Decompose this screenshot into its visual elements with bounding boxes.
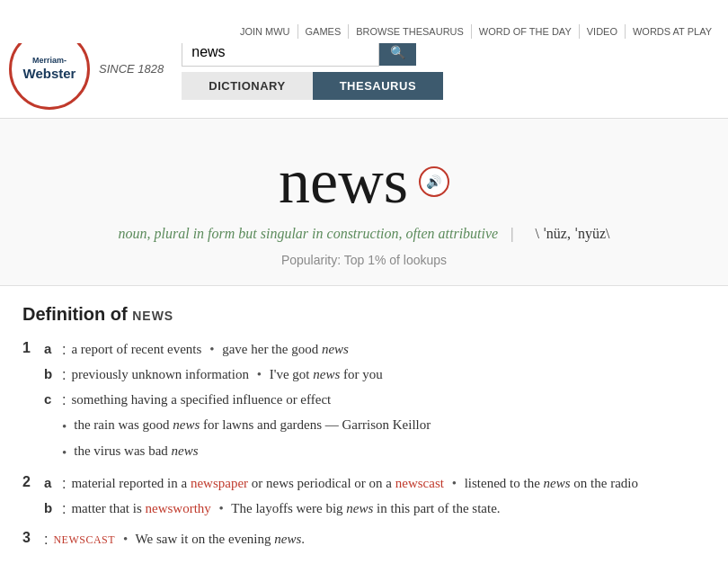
nav-join-mwu[interactable]: JOIN MWU xyxy=(233,24,298,39)
sense-label-2a: a xyxy=(44,473,62,495)
link-newscast-2a[interactable]: newscast xyxy=(395,476,444,490)
sense-1a: a : a report of recent events • gave her… xyxy=(44,339,706,361)
sub-example-text-2: the virus was bad news xyxy=(74,441,198,461)
def-senses-2: a : material reported in a newspaper or … xyxy=(44,473,706,524)
site-header: JOIN MWU GAMES BROWSE THESAURUS WORD OF … xyxy=(0,20,728,119)
sense-colon-2a: : xyxy=(62,473,66,495)
sense-text-1c: something having a specified influence o… xyxy=(71,389,706,411)
sense-text-1b: previously unknown information • I've go… xyxy=(71,364,706,386)
sub-example-text-1: the rain was good news for lawns and gar… xyxy=(74,415,431,435)
def-heading-word: NEWS xyxy=(132,309,173,323)
sub-example-1c-2: • the virus was bad news xyxy=(62,441,706,463)
link-newscast-3[interactable]: NEWSCAST xyxy=(53,533,115,546)
sub-example-1c-1: • the rain was good news for lawns and g… xyxy=(62,415,706,437)
bullet-icon-1: • xyxy=(62,416,67,437)
sense-colon-1b: : xyxy=(62,364,66,386)
search-tabs: DICTIONARY THESAURUS xyxy=(182,72,719,100)
def-number-2: 2 xyxy=(22,473,44,524)
def-senses-1: a : a report of recent events • gave her… xyxy=(44,339,706,468)
nav-words-at-play[interactable]: WORDS AT PLAY xyxy=(626,24,719,39)
definition-entry-2: 2 a : material reported in a newspaper o… xyxy=(22,473,706,524)
definition-entry-3: 3 : NEWSCAST • We saw it on the evening … xyxy=(22,529,706,554)
def-senses-3: : NEWSCAST • We saw it on the evening ne… xyxy=(44,529,706,554)
link-newsworthy[interactable]: newsworthy xyxy=(146,501,211,515)
word-title-row: news 🔊 xyxy=(279,146,449,218)
sense-2a: a : material reported in a newspaper or … xyxy=(44,473,706,495)
logo-text: Merriam- Webster xyxy=(23,56,76,82)
pos-row: noun, plural in form but singular in con… xyxy=(18,225,710,242)
link-newspaper[interactable]: newspaper xyxy=(191,476,248,490)
pronunciation: \ ˈnüz, ˈnyüz\ xyxy=(535,226,609,241)
bullet-icon-2: • xyxy=(62,443,67,463)
sense-label-2b: b xyxy=(44,498,62,520)
sense-label-1c: c xyxy=(44,389,62,411)
definition-entry-1: 1 a : a report of recent events • gave h… xyxy=(22,339,706,468)
sense-2b: b : matter that is newsworthy • The layo… xyxy=(44,498,706,520)
nav-video[interactable]: VIDEO xyxy=(580,24,626,39)
tab-thesaurus[interactable]: THESAURUS xyxy=(313,72,443,100)
sense-colon-2b: : xyxy=(62,498,66,520)
sense-text-2b: matter that is newsworthy • The layoffs … xyxy=(71,498,706,520)
sub-examples-1c: • the rain was good news for lawns and g… xyxy=(62,415,706,462)
tab-dictionary[interactable]: DICTIONARY xyxy=(182,72,312,100)
sense-colon-1a: : xyxy=(62,339,66,361)
sense-colon-3: : xyxy=(44,529,48,551)
nav-games[interactable]: GAMES xyxy=(298,24,350,39)
since-label: SINCE 1828 xyxy=(99,62,164,76)
def-heading-text: Definition of xyxy=(22,304,128,324)
sense-label-1a: a xyxy=(44,339,62,361)
def-number-3: 3 xyxy=(22,529,44,554)
sense-colon-1c: : xyxy=(62,389,66,411)
part-of-speech: noun, plural in form but singular in con… xyxy=(119,226,499,241)
search-area: 🔍 DICTIONARY THESAURUS xyxy=(164,38,719,100)
main-word: news xyxy=(279,146,408,218)
sense-label-1b: b xyxy=(44,364,62,386)
nav-browse-thesaurus[interactable]: BROWSE THESAURUS xyxy=(349,24,472,39)
sense-text-1a: a report of recent events • gave her the… xyxy=(71,339,706,361)
separator: | xyxy=(510,226,513,241)
hero-section: news 🔊 noun, plural in form but singular… xyxy=(0,119,728,286)
nav-word-of-day[interactable]: WORD OF THE DAY xyxy=(472,24,580,39)
sense-1b: b : previously unknown information • I'v… xyxy=(44,364,706,386)
definitions-section: Definition of NEWS 1 a : a report of rec… xyxy=(0,286,728,573)
top-nav-bar: JOIN MWU GAMES BROWSE THESAURUS WORD OF … xyxy=(0,20,728,43)
audio-button[interactable]: 🔊 xyxy=(419,166,449,197)
def-number-1: 1 xyxy=(22,339,44,468)
definition-heading: Definition of NEWS xyxy=(22,304,706,325)
popularity-badge: Popularity: Top 1% of lookups xyxy=(18,253,710,267)
sense-1c: c : something having a specified influen… xyxy=(44,389,706,411)
sense-text-2a: material reported in a newspaper or news… xyxy=(71,473,706,495)
sense-3: : NEWSCAST • We saw it on the evening ne… xyxy=(44,529,706,551)
sense-text-3: NEWSCAST • We saw it on the evening news… xyxy=(53,529,706,551)
